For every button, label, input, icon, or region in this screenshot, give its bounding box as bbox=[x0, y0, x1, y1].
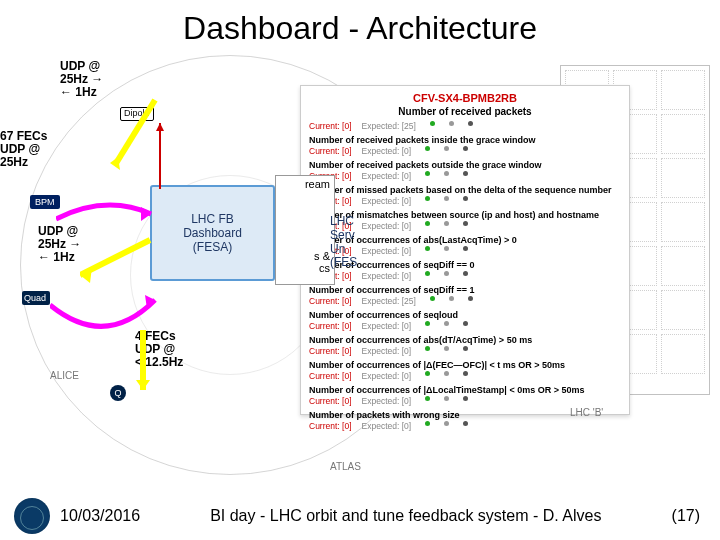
status-dot bbox=[444, 196, 449, 201]
stats-row: Number of occurrences of |ΔLocalTimeStam… bbox=[309, 385, 621, 406]
stats-row-title: Number of received packets inside the gr… bbox=[309, 135, 621, 145]
status-dot bbox=[444, 221, 449, 226]
status-dot bbox=[444, 271, 449, 276]
status-dot bbox=[468, 296, 473, 301]
status-dot bbox=[425, 421, 430, 426]
stats-expected: Expected: [0] bbox=[362, 221, 412, 231]
stats-expected: Expected: [0] bbox=[362, 246, 412, 256]
status-dot bbox=[444, 421, 449, 426]
stats-expected: Expected: [0] bbox=[362, 171, 412, 181]
stats-current: Current: [0] bbox=[309, 421, 352, 431]
status-dot bbox=[468, 121, 473, 126]
stats-row-values: Current: [0]Expected: [0] bbox=[309, 371, 621, 381]
stats-heading: Number of received packets bbox=[309, 106, 621, 117]
status-dot bbox=[444, 346, 449, 351]
footer: 10/03/2016 BI day - LHC orbit and tune f… bbox=[0, 498, 720, 534]
stats-row: Current: [0]Expected: [25] bbox=[309, 121, 621, 131]
status-dot bbox=[425, 396, 430, 401]
footer-page: (17) bbox=[672, 507, 706, 525]
status-dot bbox=[463, 146, 468, 151]
stats-row-title: Number of missed packets based on the de… bbox=[309, 185, 621, 195]
stats-row: Number of missed packets based on the de… bbox=[309, 185, 621, 206]
stats-row-values: Current: [0]Expected: [0] bbox=[309, 421, 621, 431]
arrow-q bbox=[118, 325, 168, 395]
stats-row-values: Current: [0]Expected: [0] bbox=[309, 346, 621, 356]
status-dot bbox=[463, 346, 468, 351]
stats-current: Current: [0] bbox=[309, 396, 352, 406]
status-dot bbox=[444, 396, 449, 401]
stats-row-title: Number of occurrences of abs(dT/AcqTime)… bbox=[309, 335, 621, 345]
stats-window-title: CFV-SX4-BPMB2RB bbox=[309, 92, 621, 104]
fecs-label: 67 FECs UDP @ 25Hz bbox=[0, 130, 47, 170]
service-unit-box: LHC Serv Un (FES bbox=[330, 215, 368, 285]
status-dot bbox=[463, 221, 468, 226]
status-dot bbox=[425, 196, 430, 201]
arrow-dashboard-out bbox=[150, 121, 170, 191]
status-dot bbox=[444, 171, 449, 176]
stats-row: Number of occurrences of |Δ(FEC—OFC)| < … bbox=[309, 360, 621, 381]
stats-current: Current: [0] bbox=[309, 121, 352, 131]
stats-expected: Expected: [0] bbox=[362, 421, 412, 431]
status-dot bbox=[463, 396, 468, 401]
stats-row-values: Current: [0]Expected: [25] bbox=[309, 296, 621, 306]
stats-expected: Expected: [25] bbox=[362, 121, 416, 131]
stats-current: Current: [0] bbox=[309, 346, 352, 356]
status-dot bbox=[444, 146, 449, 151]
svg-marker-0 bbox=[141, 207, 151, 221]
alice-label: ALICE bbox=[50, 370, 79, 381]
atlas-label: ATLAS bbox=[330, 461, 361, 472]
stats-row: Number of occurrences of seqloudCurrent:… bbox=[309, 310, 621, 331]
status-dot bbox=[463, 371, 468, 376]
status-dot bbox=[449, 121, 454, 126]
stats-row-title: Number of received packets outside the g… bbox=[309, 160, 621, 170]
stats-expected: Expected: [0] bbox=[362, 146, 412, 156]
status-dot bbox=[425, 246, 430, 251]
status-dot bbox=[463, 421, 468, 426]
stream-top-text: ream bbox=[280, 178, 330, 190]
stats-expected: Expected: [25] bbox=[362, 296, 416, 306]
stats-row-title: Number of occurrences of |ΔLocalTimeStam… bbox=[309, 385, 621, 395]
status-dot bbox=[463, 196, 468, 201]
footer-title: BI day - LHC orbit and tune feedback sys… bbox=[140, 507, 671, 525]
status-dot bbox=[463, 271, 468, 276]
status-dot bbox=[425, 271, 430, 276]
status-dot bbox=[444, 246, 449, 251]
stats-row-title: Number of occurrences of seqloud bbox=[309, 310, 621, 320]
stats-row-title: Number of occurrences of seqDiff == 1 bbox=[309, 285, 621, 295]
status-dot bbox=[425, 346, 430, 351]
status-dot bbox=[463, 321, 468, 326]
stream-bottom-b: cs bbox=[280, 262, 330, 274]
stats-expected: Expected: [0] bbox=[362, 371, 412, 381]
stats-row: Number of received packets outside the g… bbox=[309, 160, 621, 181]
status-dot bbox=[430, 121, 435, 126]
status-dot bbox=[444, 371, 449, 376]
udp-label-top: UDP @ 25Hz → ← 1Hz bbox=[60, 60, 103, 100]
stats-expected: Expected: [0] bbox=[362, 396, 412, 406]
stats-row: Number of occurrences of seqDiff == 1Cur… bbox=[309, 285, 621, 306]
stats-row-title: Number of occurrences of |Δ(FEC—OFC)| < … bbox=[309, 360, 621, 370]
diagram-area: CFV-SX4-BPMB2RB Number of received packe… bbox=[0, 55, 720, 495]
lhcb-label: LHC 'B' bbox=[570, 407, 603, 418]
stats-row-values: Current: [0]Expected: [0] bbox=[309, 146, 621, 156]
stats-current: Current: [0] bbox=[309, 146, 352, 156]
stats-expected: Expected: [0] bbox=[362, 196, 412, 206]
status-dot bbox=[425, 371, 430, 376]
status-dot bbox=[425, 146, 430, 151]
dashboard-box: LHC FB Dashboard (FESA) bbox=[150, 185, 275, 281]
status-dot bbox=[425, 171, 430, 176]
status-dot bbox=[425, 321, 430, 326]
svg-marker-3 bbox=[136, 380, 150, 390]
stats-current: Current: [0] bbox=[309, 321, 352, 331]
stats-row: Number of received packets inside the gr… bbox=[309, 135, 621, 156]
slide-title: Dashboard - Architecture bbox=[0, 0, 720, 51]
stats-row-values: Current: [0]Expected: [25] bbox=[309, 121, 621, 131]
footer-date: 10/03/2016 bbox=[60, 507, 140, 525]
status-dot bbox=[463, 171, 468, 176]
arrow-udp-mid bbox=[80, 235, 160, 285]
quad-node: Quad bbox=[22, 291, 50, 305]
stats-row-values: Current: [0]Expected: [0] bbox=[309, 396, 621, 406]
stats-expected: Expected: [0] bbox=[362, 271, 412, 281]
stats-current: Current: [0] bbox=[309, 371, 352, 381]
stats-row-values: Current: [0]Expected: [0] bbox=[309, 196, 621, 206]
status-dot bbox=[449, 296, 454, 301]
